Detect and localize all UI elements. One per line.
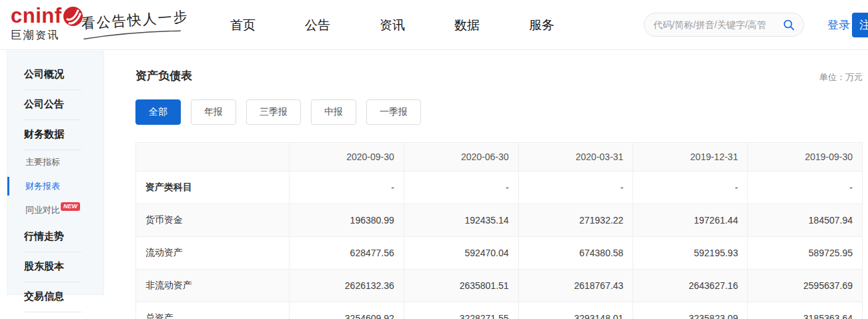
login-link[interactable]: 登录 [827, 17, 850, 33]
row-label: 非流动资产 [136, 270, 290, 302]
sidebar-item-label: 财务报表 [25, 181, 60, 191]
filter-button-0[interactable]: 全部 [135, 99, 181, 125]
cell-value: 589725.95 [748, 237, 863, 270]
sidebar: 公司概况公司公告财务数据主要指标财务报表同业对比NEW行情走势股东股本交易信息 [7, 51, 104, 295]
sidebar-item-label: 主要指标 [25, 157, 60, 167]
sidebar-item-label: 交易信息 [24, 290, 64, 302]
cell-value: 592470.04 [404, 237, 518, 270]
table-row: 货币资金196380.99192435.14271932.22197261.44… [136, 204, 863, 237]
table-row: 资产类科目----- [136, 172, 863, 204]
cell-value: 674380.58 [518, 237, 633, 270]
page: cninf 巨潮资讯 看公告快人一步 首页公告资讯数据服务 [0, 0, 868, 319]
cell-value: 3254609.92 [290, 302, 404, 319]
cell-value: 592195.93 [633, 237, 748, 270]
sidebar-item-3[interactable]: 主要指标 [7, 150, 103, 174]
cell-value: 628477.56 [290, 237, 404, 270]
table-row: 总资产3254609.923228271.553293148.013235823… [136, 302, 863, 319]
cell-value: 2643627.16 [633, 270, 748, 302]
table-header-empty [136, 143, 290, 172]
row-label: 总资产 [136, 302, 290, 319]
table-header-date: 2020-06-30 [404, 143, 518, 172]
sidebar-item-label: 财务数据 [24, 128, 64, 139]
cell-value: 197261.44 [633, 204, 748, 237]
report-filter-group: 全部年报三季报中报一季报 [135, 99, 863, 125]
sidebar-item-6[interactable]: 行情走势 [7, 222, 103, 252]
brand-swirl-icon [63, 6, 83, 27]
filter-button-3[interactable]: 中报 [311, 99, 356, 125]
cell-value: 271932.22 [518, 204, 633, 237]
cninfo-logo[interactable]: cninf 巨潮资讯 [11, 6, 83, 43]
balance-sheet-table: 2020-09-302020-06-302020-03-312019-12-31… [135, 142, 863, 319]
nav-item-0[interactable]: 首页 [230, 17, 256, 34]
brand-text: cninf [11, 6, 62, 26]
main-content: 资产负债表 单位：万元 全部年报三季报中报一季报 2020-09-302020-… [135, 70, 863, 319]
cell-value: 184507.94 [748, 204, 863, 237]
brand-subtitle: 巨潮资讯 [11, 29, 83, 43]
cell-value: 192435.14 [404, 204, 518, 237]
filter-button-1[interactable]: 年报 [191, 99, 236, 125]
register-button[interactable]: 注册 [852, 13, 868, 37]
new-badge: NEW [61, 202, 80, 211]
table-header-date: 2020-09-30 [290, 143, 404, 172]
cell-value: 2595637.69 [748, 270, 863, 302]
sidebar-item-label: 公司概况 [24, 68, 64, 79]
table-row: 非流动资产2626132.362635801.512618767.4326436… [136, 270, 863, 302]
filter-button-2[interactable]: 三季报 [246, 99, 301, 125]
sidebar-item-5[interactable]: 同业对比NEW [7, 198, 103, 222]
cell-value: 3293148.01 [518, 302, 633, 319]
sidebar-item-label: 同业对比 [25, 205, 60, 215]
cell-value: - [290, 172, 404, 204]
cell-value: 3185363.64 [748, 302, 863, 319]
row-label: 流动资产 [136, 237, 290, 270]
cell-value: - [748, 172, 863, 204]
page-title: 资产负债表 [135, 68, 192, 83]
cell-value: 196380.99 [290, 204, 404, 237]
sidebar-item-0[interactable]: 公司概况 [7, 60, 103, 90]
nav-item-1[interactable]: 公告 [305, 17, 330, 34]
table-header-date: 2019-09-30 [748, 143, 863, 172]
sidebar-item-2[interactable]: 财务数据 [7, 120, 103, 150]
table-row: 流动资产628477.56592470.04674380.58592195.93… [136, 237, 863, 270]
table-header-date: 2020-03-31 [518, 143, 633, 172]
sidebar-item-label: 公司公告 [24, 98, 64, 109]
search-icon[interactable] [783, 19, 795, 31]
filter-button-4[interactable]: 一季报 [366, 99, 421, 125]
nav-item-2[interactable]: 资讯 [380, 17, 405, 34]
sidebar-item-label: 股东股本 [24, 260, 64, 272]
search-input[interactable] [653, 19, 783, 30]
cell-value: 2635801.51 [404, 270, 518, 302]
table-header-date: 2019-12-31 [633, 143, 748, 172]
cell-value: - [518, 172, 633, 204]
sidebar-item-4[interactable]: 财务报表 [7, 174, 103, 198]
row-label: 资产类科目 [136, 172, 290, 204]
unit-label: 单位：万元 [819, 71, 863, 83]
sidebar-item-7[interactable]: 股东股本 [7, 252, 103, 282]
cell-value: 2626132.36 [290, 270, 404, 302]
cell-value: 3228271.55 [404, 302, 518, 319]
sidebar-item-label: 行情走势 [24, 230, 64, 242]
cell-value: - [633, 172, 748, 204]
sidebar-item-1[interactable]: 公司公告 [7, 90, 103, 120]
cell-value: 2618767.43 [518, 270, 633, 302]
sidebar-item-8[interactable]: 交易信息 [7, 282, 103, 312]
search-box [644, 13, 804, 37]
nav-item-4[interactable]: 服务 [529, 17, 554, 34]
row-label: 货币资金 [136, 204, 290, 237]
cell-value: 3235823.09 [633, 302, 748, 319]
cell-value: - [404, 172, 518, 204]
top-header: cninf 巨潮资讯 看公告快人一步 首页公告资讯数据服务 [0, 0, 868, 50]
nav-item-3[interactable]: 数据 [454, 17, 480, 34]
main-nav: 首页公告资讯数据服务 [230, 0, 554, 50]
tagline: 看公告快人一步 [81, 7, 189, 40]
